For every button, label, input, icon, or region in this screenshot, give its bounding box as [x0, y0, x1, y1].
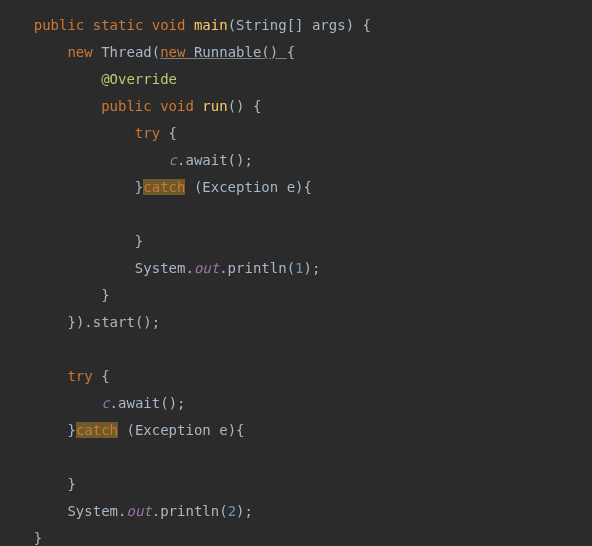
method-main: main	[194, 17, 228, 33]
code-line	[0, 341, 8, 357]
keyword-new: new	[67, 44, 92, 60]
annotation-override: @Override	[101, 71, 177, 87]
field-out: out	[126, 503, 151, 519]
code-line: }	[0, 476, 76, 492]
type-string-array: String[]	[236, 17, 303, 33]
param-args: args	[312, 17, 346, 33]
code-line: System.out.println(1);	[0, 260, 320, 276]
keyword-static: static	[93, 17, 144, 33]
code-line	[0, 449, 8, 465]
code-line: public static void main(String[] args) {	[0, 17, 371, 33]
code-line: }	[0, 287, 110, 303]
call-await: await	[118, 395, 160, 411]
call-await: await	[185, 152, 227, 168]
code-line: }catch (Exception e){	[0, 422, 245, 438]
keyword-catch-hl: catch	[143, 179, 185, 195]
type-system: System	[135, 260, 186, 276]
keyword-public: public	[101, 98, 152, 114]
method-run: run	[202, 98, 227, 114]
code-line: System.out.println(2);	[0, 503, 253, 519]
keyword-try: try	[67, 368, 92, 384]
code-line: }	[0, 530, 42, 546]
call-start: start	[93, 314, 135, 330]
field-c: c	[101, 395, 109, 411]
code-line: @Override	[0, 71, 177, 87]
call-println: println	[228, 260, 287, 276]
code-line: try {	[0, 368, 110, 384]
param-e: e	[287, 179, 295, 195]
type-exception: Exception	[202, 179, 278, 195]
keyword-catch-hl: catch	[76, 422, 118, 438]
type-thread: Thread	[101, 44, 152, 60]
code-line: public void run() {	[0, 98, 261, 114]
code-line: c.await();	[0, 395, 186, 411]
field-c: c	[169, 152, 177, 168]
code-line	[0, 206, 8, 222]
call-println: println	[160, 503, 219, 519]
type-exception: Exception	[135, 422, 211, 438]
field-out: out	[194, 260, 219, 276]
keyword-void: void	[160, 98, 194, 114]
code-line: c.await();	[0, 152, 253, 168]
code-line: new Thread(new Runnable() {	[0, 44, 295, 60]
keyword-void: void	[152, 17, 186, 33]
code-line: }).start();	[0, 314, 160, 330]
keyword-new: new	[160, 44, 185, 60]
type-runnable: Runnable	[194, 44, 261, 60]
code-editor[interactable]: public static void main(String[] args) {…	[0, 0, 592, 546]
param-e: e	[219, 422, 227, 438]
literal-2: 2	[228, 503, 236, 519]
code-line: }catch (Exception e){	[0, 179, 312, 195]
code-line: }	[0, 233, 143, 249]
literal-1: 1	[295, 260, 303, 276]
type-system: System	[67, 503, 118, 519]
code-line: try {	[0, 125, 177, 141]
keyword-try: try	[135, 125, 160, 141]
keyword-public: public	[34, 17, 85, 33]
